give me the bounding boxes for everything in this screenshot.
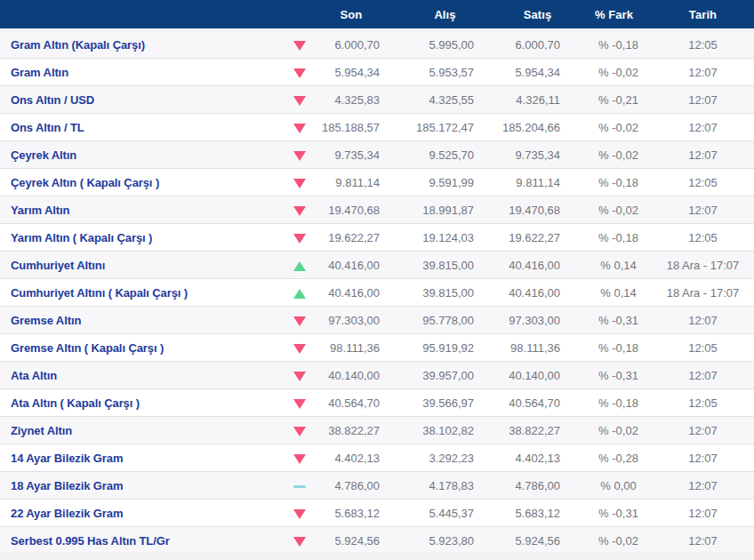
table-row[interactable]: Ata Altın ( Kapalı Çarşı ) 40.564,70 39.… bbox=[0, 389, 754, 417]
alis-value: 95.919,92 bbox=[393, 334, 485, 362]
down-triangle-icon bbox=[293, 537, 306, 547]
trend-indicator-cell bbox=[285, 389, 315, 417]
instrument-name[interactable]: Ons Altın / USD bbox=[0, 86, 285, 114]
trend-indicator-cell bbox=[285, 59, 315, 86]
table-row[interactable]: Serbest 0.995 Has Altın TL/Gr 5.924,56 5… bbox=[0, 527, 754, 555]
down-triangle-icon bbox=[293, 234, 306, 244]
alis-value: 5.923,80 bbox=[393, 527, 485, 555]
instrument-name[interactable]: 18 Ayar Bilezik Gram bbox=[0, 472, 285, 500]
column-header-alis[interactable]: Alış bbox=[393, 0, 485, 30]
down-triangle-icon bbox=[293, 96, 306, 106]
table-row[interactable]: Gremse Altın 97.303,00 95.778,00 97.303,… bbox=[0, 307, 754, 334]
table-row[interactable]: 14 Ayar Bilezik Gram 4.402,13 3.292,23 4… bbox=[0, 444, 754, 472]
son-value: 4.402,13 bbox=[315, 444, 393, 472]
satis-value: 6.000,70 bbox=[485, 30, 576, 59]
fark-value: % 0,14 bbox=[576, 279, 652, 307]
table-row[interactable]: Ziynet Altın 38.822,27 38.102,82 38.822,… bbox=[0, 417, 754, 444]
trend-indicator-cell bbox=[285, 86, 315, 114]
trend-indicator-cell bbox=[285, 472, 315, 500]
trend-indicator-cell bbox=[285, 334, 315, 362]
column-header-son[interactable]: Son bbox=[315, 0, 393, 30]
trend-indicator-cell bbox=[285, 444, 315, 472]
instrument-name[interactable]: Gram Altın bbox=[0, 59, 285, 86]
son-value: 9.811,14 bbox=[315, 169, 393, 196]
tarih-value: 12:07 bbox=[652, 114, 754, 141]
son-value: 4.325,83 bbox=[315, 86, 393, 114]
trend-indicator-cell bbox=[285, 279, 315, 307]
instrument-name[interactable]: Cumhuriyet Altını bbox=[0, 252, 285, 279]
satis-value: 19.470,68 bbox=[485, 196, 576, 224]
table-row[interactable]: Çeyrek Altın ( Kapalı Çarşı ) 9.811,14 9… bbox=[0, 169, 754, 196]
fark-value: % -0,02 bbox=[576, 59, 652, 86]
footer-strip bbox=[0, 553, 754, 560]
tarih-value: 12:07 bbox=[652, 196, 754, 224]
satis-value: 40.140,00 bbox=[485, 362, 576, 389]
instrument-name[interactable]: Gremse Altın bbox=[0, 307, 285, 334]
instrument-name[interactable]: 22 Ayar Bilezik Gram bbox=[0, 500, 285, 527]
son-value: 97.303,00 bbox=[315, 307, 393, 334]
tarih-value: 12:05 bbox=[652, 334, 754, 362]
fark-value: % -0,02 bbox=[576, 114, 652, 141]
tarih-value: 12:07 bbox=[652, 472, 754, 500]
son-value: 40.140,00 bbox=[315, 362, 393, 389]
instrument-name[interactable]: Ons Altın / TL bbox=[0, 114, 285, 141]
column-header-fark[interactable]: % Fark bbox=[576, 0, 652, 30]
table-row[interactable]: Ata Altın 40.140,00 39.957,00 40.140,00 … bbox=[0, 362, 754, 389]
tarih-value: 18 Ara - 17:07 bbox=[652, 279, 754, 307]
son-value: 98.111,36 bbox=[315, 334, 393, 362]
table-row[interactable]: 18 Ayar Bilezik Gram 4.786,00 4.178,83 4… bbox=[0, 472, 754, 500]
instrument-name[interactable]: Gram Altın (Kapalı Çarşı) bbox=[0, 30, 285, 59]
table-row[interactable]: Gremse Altın ( Kapalı Çarşı ) 98.111,36 … bbox=[0, 334, 754, 362]
instrument-name[interactable]: Ziynet Altın bbox=[0, 417, 285, 444]
son-value: 40.416,00 bbox=[315, 279, 393, 307]
table-row[interactable]: Ons Altın / USD 4.325,83 4.325,55 4.326,… bbox=[0, 86, 754, 114]
table-row[interactable]: 22 Ayar Bilezik Gram 5.683,12 5.445,37 5… bbox=[0, 500, 754, 527]
trend-indicator-cell bbox=[285, 362, 315, 389]
fark-value: % 0,14 bbox=[576, 252, 652, 279]
son-value: 4.786,00 bbox=[315, 472, 393, 500]
fark-value: % -0,18 bbox=[576, 224, 652, 252]
instrument-name[interactable]: Çeyrek Altın ( Kapalı Çarşı ) bbox=[0, 169, 285, 196]
down-triangle-icon bbox=[293, 316, 306, 326]
table-row[interactable]: Yarım Altın ( Kapalı Çarşı ) 19.622,27 1… bbox=[0, 224, 754, 252]
table-row[interactable]: Cumhuriyet Altını 40.416,00 39.815,00 40… bbox=[0, 252, 754, 279]
instrument-name[interactable]: Gremse Altın ( Kapalı Çarşı ) bbox=[0, 334, 285, 362]
fark-value: % -0,18 bbox=[576, 389, 652, 417]
down-triangle-icon bbox=[293, 427, 306, 436]
table-row[interactable]: Cumhuriyet Altını ( Kapalı Çarşı ) 40.41… bbox=[0, 279, 754, 307]
instrument-name[interactable]: Ata Altın bbox=[0, 362, 285, 389]
son-value: 19.622,27 bbox=[315, 224, 393, 252]
column-header-tarih[interactable]: Tarih bbox=[652, 0, 754, 30]
fark-value: % -0,18 bbox=[576, 30, 652, 59]
table-row[interactable]: Yarım Altın 19.470,68 18.991,87 19.470,6… bbox=[0, 196, 754, 224]
fark-value: % -0,31 bbox=[576, 500, 652, 527]
fark-value: % -0,18 bbox=[576, 334, 652, 362]
table-row[interactable]: Ons Altın / TL 185.188,57 185.172,47 185… bbox=[0, 114, 754, 141]
satis-value: 40.416,00 bbox=[485, 279, 576, 307]
tarih-value: 12:07 bbox=[652, 417, 754, 444]
instrument-name[interactable]: Yarım Altın ( Kapalı Çarşı ) bbox=[0, 224, 285, 252]
instrument-name[interactable]: 14 Ayar Bilezik Gram bbox=[0, 444, 285, 472]
table-row[interactable]: Gram Altın (Kapalı Çarşı) 6.000,70 5.995… bbox=[0, 30, 754, 59]
alis-value: 19.124,03 bbox=[393, 224, 485, 252]
table-header: Son Alış Satış % Fark Tarih bbox=[0, 0, 754, 30]
fark-value: % -0,02 bbox=[576, 196, 652, 224]
trend-indicator-cell bbox=[285, 169, 315, 196]
column-header-satis[interactable]: Satış bbox=[485, 0, 576, 30]
down-triangle-icon bbox=[293, 68, 306, 78]
alis-value: 95.778,00 bbox=[393, 307, 485, 334]
instrument-name[interactable]: Cumhuriyet Altını ( Kapalı Çarşı ) bbox=[0, 279, 285, 307]
table-row[interactable]: Gram Altın 5.954,34 5.953,57 5.954,34 % … bbox=[0, 59, 754, 86]
tarih-value: 12:05 bbox=[652, 169, 754, 196]
gold-prices-page: Son Alış Satış % Fark Tarih Gram Altın (… bbox=[0, 0, 754, 560]
instrument-name[interactable]: Çeyrek Altın bbox=[0, 141, 285, 169]
instrument-name[interactable]: Ata Altın ( Kapalı Çarşı ) bbox=[0, 389, 285, 417]
satis-value: 9.811,14 bbox=[485, 169, 576, 196]
instrument-name[interactable]: Yarım Altın bbox=[0, 196, 285, 224]
fark-value: % -0,31 bbox=[576, 307, 652, 334]
table-row[interactable]: Çeyrek Altın 9.735,34 9.525,70 9.735,34 … bbox=[0, 141, 754, 169]
satis-value: 97.303,00 bbox=[485, 307, 576, 334]
alis-value: 4.325,55 bbox=[393, 86, 485, 114]
instrument-name[interactable]: Serbest 0.995 Has Altın TL/Gr bbox=[0, 527, 285, 555]
tarih-value: 12:07 bbox=[652, 362, 754, 389]
